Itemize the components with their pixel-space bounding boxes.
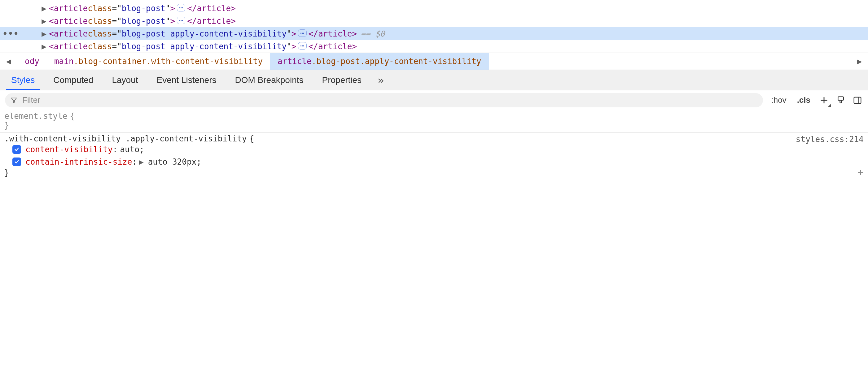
add-property-button[interactable]: +: [858, 167, 864, 178]
style-rule[interactable]: .with-content-visibility .apply-content-…: [0, 133, 868, 180]
dom-node[interactable]: •••▶<article class="blog-post apply-cont…: [0, 27, 868, 40]
tabs-overflow-icon[interactable]: »: [374, 74, 388, 87]
expand-children-icon[interactable]: ⋯: [177, 4, 185, 11]
css-declaration[interactable]: contain-intrinsic-size:▶auto 320px;: [4, 156, 864, 168]
expand-children-icon[interactable]: ⋯: [298, 29, 306, 37]
filter-icon: [10, 97, 17, 104]
tab-styles[interactable]: Styles: [2, 70, 44, 90]
console-reference: == $0: [361, 29, 385, 38]
dom-node[interactable]: ▶<article class="blog-post ">⋯</article>: [0, 14, 868, 27]
styles-filter-input[interactable]: [22, 95, 757, 105]
dom-node[interactable]: ▶<article class="blog-post apply-content…: [0, 40, 868, 53]
expand-children-icon[interactable]: ⋯: [177, 17, 185, 24]
expand-icon[interactable]: ▶: [40, 16, 48, 26]
styles-filter-field[interactable]: [5, 93, 763, 107]
styles-pane[interactable]: element.style {}.with-content-visibility…: [0, 110, 868, 380]
styles-toolbar: :hov .cls: [0, 90, 868, 110]
tab-layout[interactable]: Layout: [102, 70, 147, 90]
breadcrumb-scroll-left[interactable]: ◀: [0, 53, 17, 70]
css-property-value[interactable]: auto;: [120, 145, 144, 154]
expand-icon[interactable]: ▶: [40, 42, 48, 51]
expand-icon[interactable]: ▶: [40, 29, 48, 38]
breadcrumb-item[interactable]: article.blog-post.apply-content-visibili…: [270, 53, 489, 70]
chevron-right-icon: ▶: [857, 57, 862, 66]
tab-dom-breakpoints[interactable]: DOM Breakpoints: [226, 70, 313, 90]
css-property-value[interactable]: auto 320px;: [148, 157, 202, 167]
tab-event-listeners[interactable]: Event Listeners: [148, 70, 226, 90]
css-property-name[interactable]: contain-intrinsic-size: [25, 157, 132, 167]
dom-node[interactable]: ▶<article class="blog-post ">⋯</article>: [0, 2, 868, 14]
row-actions-icon[interactable]: •••: [0, 29, 22, 38]
elements-tree[interactable]: ▶<article class="blog-post ">⋯</article>…: [0, 0, 868, 53]
css-declaration[interactable]: content-visibility:auto;: [4, 143, 864, 156]
css-property-name[interactable]: content-visibility: [25, 145, 113, 154]
panel-toggle-icon[interactable]: [852, 95, 863, 106]
expand-icon[interactable]: ▶: [40, 4, 48, 13]
breadcrumb-item[interactable]: ody: [17, 53, 47, 70]
property-toggle-checkbox[interactable]: [12, 158, 21, 166]
breadcrumb: ◀ odymain.blog-container.with-content-vi…: [0, 53, 868, 70]
chevron-left-icon: ◀: [6, 57, 11, 66]
toggle-cls-button[interactable]: .cls: [795, 95, 813, 105]
svg-rect-0: [838, 97, 843, 100]
styles-tab-bar: StylesComputedLayoutEvent ListenersDOM B…: [0, 70, 868, 90]
tab-computed[interactable]: Computed: [44, 70, 102, 90]
breadcrumb-scroll-right[interactable]: ▶: [851, 53, 868, 70]
rule-selector[interactable]: element.style: [4, 111, 67, 121]
style-rule[interactable]: element.style {}: [0, 110, 868, 133]
svg-rect-1: [854, 97, 861, 103]
tab-properties[interactable]: Properties: [313, 70, 371, 90]
breadcrumb-item[interactable]: main.blog-container.with-content-visibil…: [47, 53, 270, 70]
expand-children-icon[interactable]: ⋯: [298, 42, 306, 49]
paintbrush-icon[interactable]: [835, 95, 846, 106]
new-style-rule-button[interactable]: [818, 95, 830, 106]
expand-shorthand-icon[interactable]: ▶: [139, 157, 144, 167]
rule-selector[interactable]: .with-content-visibility .apply-content-…: [4, 134, 247, 143]
rule-source-link[interactable]: styles.css:214: [796, 135, 864, 144]
toggle-hov-button[interactable]: :hov: [769, 95, 789, 105]
property-toggle-checkbox[interactable]: [12, 145, 21, 154]
